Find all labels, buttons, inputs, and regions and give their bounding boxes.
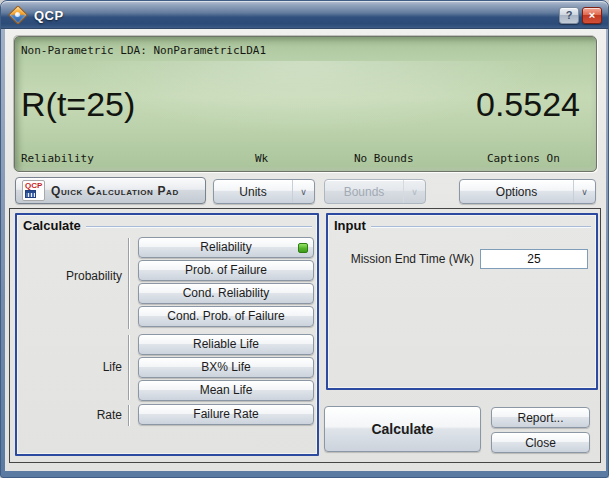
calculate-group: Calculate Probability Reliability Prob. …: [15, 213, 319, 456]
section-divider: [128, 405, 129, 426]
rate-section-label: Rate: [17, 408, 122, 422]
life-section-label: Life: [17, 360, 122, 374]
display-expression: R(t=25): [21, 85, 135, 124]
pad-button-label: Quick Calculation Pad: [51, 184, 179, 198]
reliable-life-button[interactable]: Reliable Life: [138, 334, 314, 355]
close-button[interactable]: Close: [491, 432, 590, 453]
mission-end-time-label: Mission End Time (Wk): [328, 252, 480, 266]
chevron-down-icon[interactable]: ∨: [292, 180, 314, 203]
status-metric: Reliability: [21, 152, 94, 165]
chevron-down-icon[interactable]: ∨: [573, 180, 595, 203]
bounds-dropdown: Bounds ∨: [324, 179, 426, 204]
cond-prob-of-failure-button[interactable]: Cond. Prob. of Failure: [138, 306, 314, 327]
calculate-group-title: Calculate: [23, 218, 81, 233]
result-display: Non-Parametric LDA: NonParametricLDA1 R(…: [14, 36, 597, 172]
report-button[interactable]: Report...: [491, 407, 590, 428]
close-icon[interactable]: ×: [582, 7, 602, 24]
prob-of-failure-button[interactable]: Prob. of Failure: [138, 260, 314, 281]
probability-section-label: Probability: [17, 269, 122, 283]
bx-life-button[interactable]: BX% Life: [138, 357, 314, 378]
mean-life-button[interactable]: Mean Life: [138, 380, 314, 401]
status-captions: Captions On: [487, 152, 560, 165]
help-button[interactable]: ?: [559, 7, 579, 24]
section-divider: [128, 238, 129, 329]
reliability-button[interactable]: Reliability: [138, 237, 314, 258]
section-divider: [128, 335, 129, 400]
input-group-title: Input: [334, 218, 366, 233]
calculate-button[interactable]: Calculate: [324, 406, 481, 452]
cond-reliability-button[interactable]: Cond. Reliability: [138, 283, 314, 304]
units-dropdown[interactable]: Units ∨: [213, 179, 315, 204]
mission-end-time-input[interactable]: [480, 249, 588, 269]
title-bar[interactable]: QCP ? ×: [1, 1, 608, 29]
display-data-source: Non-Parametric LDA: NonParametricLDA1: [21, 44, 266, 57]
chevron-down-icon: ∨: [403, 180, 425, 203]
qcp-dialog: QCP ? × Non-Parametric LDA: NonParametri…: [0, 0, 609, 478]
options-dropdown[interactable]: Options ∨: [459, 179, 596, 204]
status-bounds: No Bounds: [354, 152, 414, 165]
app-icon: [9, 6, 27, 24]
failure-rate-button[interactable]: Failure Rate: [138, 404, 314, 425]
selected-indicator: [298, 243, 308, 253]
window-title: QCP: [34, 8, 64, 23]
display-result-value: 0.5524: [476, 85, 580, 124]
qcp-logo-icon: QCP: [22, 180, 45, 201]
quick-calculation-pad-button[interactable]: QCP Quick Calculation Pad: [15, 177, 206, 204]
status-units: Wk: [255, 152, 268, 165]
input-group: Input Mission End Time (Wk): [326, 213, 598, 390]
